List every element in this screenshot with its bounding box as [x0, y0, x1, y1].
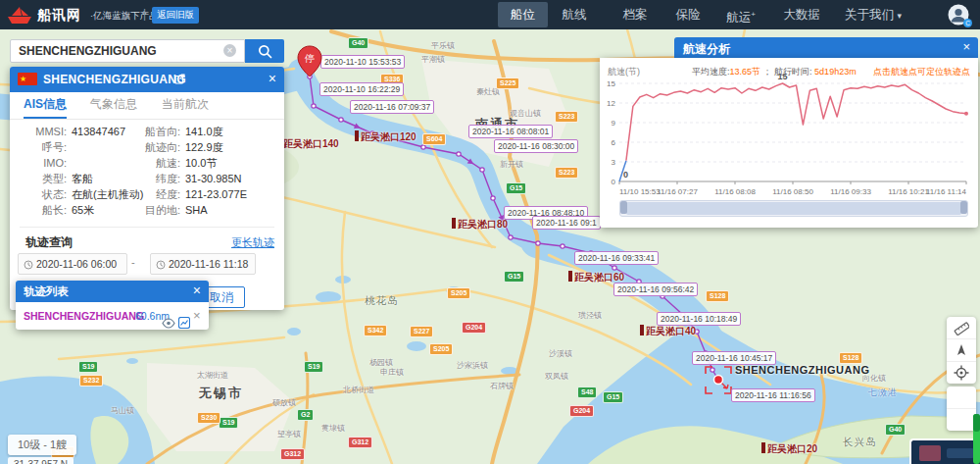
search-input[interactable]: [10, 39, 245, 63]
map-place-label: 硕放镇: [272, 397, 296, 408]
panel-divider: [20, 227, 274, 228]
track-list-panel: 轨迹列表 × SHENCHENGZHIGUANG 60.6nm ×: [16, 281, 209, 330]
chart-y-axis-title: 航速(节): [608, 66, 640, 78]
track-time-label[interactable]: 2020-11-16 09:56:42: [613, 283, 698, 296]
speed-line-chart[interactable]: 0369121511/10 15:5311/16 07:2711/16 08:0…: [600, 79, 978, 199]
track-time-label[interactable]: 2020-11-16 10:45:17: [692, 351, 776, 365]
north-arrow-icon: [955, 343, 968, 357]
search-button[interactable]: [245, 39, 284, 63]
close-icon[interactable]: ×: [269, 71, 276, 86]
field-label: 目的地:: [125, 202, 180, 218]
track-time-label[interactable]: 2020-11-16 11:16:56: [731, 388, 815, 402]
track-time-label[interactable]: 2020-11-16 09:33:41: [574, 251, 659, 265]
field-value: SHA: [185, 204, 208, 216]
user-status-badge: C: [963, 19, 972, 27]
clear-search-icon[interactable]: ×: [223, 44, 236, 57]
nav-item-shipping[interactable]: 航运+: [721, 0, 760, 29]
tab-current-voyage[interactable]: 当前航次: [162, 92, 209, 117]
date-to-input[interactable]: 2020-11-16 11:18: [150, 253, 256, 275]
field-value: 65米: [72, 204, 94, 216]
nav-item-insurance[interactable]: 保险: [668, 0, 708, 29]
track-time-label[interactable]: 2020-11-16 09:1: [532, 216, 601, 230]
clock-icon: [24, 260, 33, 270]
zoom-out-button[interactable]: [947, 409, 976, 431]
road-badge: G15: [504, 271, 524, 283]
measure-ruler-button[interactable]: [947, 317, 976, 339]
svg-text:11/10 15:53: 11/10 15:53: [619, 187, 661, 196]
map-place-label: 平潮镇: [421, 54, 445, 65]
user-avatar[interactable]: C: [948, 4, 969, 26]
app: 南通市无锡市桃花岛长兴岛七滧港平乐镇平潮镇秦灶镇观音山镇新开镇璜泾镇沙溪镇双凤镇…: [0, 0, 980, 464]
date-to-value: 2020-11-16 11:18: [169, 258, 248, 270]
road-badge: G312: [348, 437, 372, 448]
map-place-label: 平乐镇: [431, 40, 455, 51]
duration-value: 5d19h23m: [814, 67, 857, 77]
field-label: 纬度:: [125, 171, 180, 186]
map-place-label: 新开镇: [500, 159, 523, 170]
zoom-in-button[interactable]: [947, 387, 976, 409]
svg-text:0: 0: [612, 178, 616, 186]
ship-detail-link-icon[interactable]: [174, 74, 185, 86]
longer-track-link[interactable]: 更长轨迹: [231, 235, 274, 250]
map-place-label: 长兴岛: [843, 436, 877, 449]
brush-left-handle[interactable]: [620, 201, 627, 214]
svg-text:15: 15: [778, 72, 788, 81]
chevron-down-icon: ▾: [897, 11, 902, 21]
svg-text:11/16 08:08: 11/16 08:08: [714, 187, 756, 196]
track-time-label[interactable]: 2020-11-10 16:22:29: [319, 82, 404, 96]
nav-item-archives[interactable]: 档案: [615, 0, 655, 29]
top-nav: 船讯网 ·亿海蓝旗下产品 | 返回旧版 船位 航线 档案 保险 航运+ 大数据 …: [0, 0, 980, 29]
road-badge: G312: [280, 448, 305, 460]
remove-track-icon[interactable]: ×: [193, 302, 201, 330]
road-badge: S232: [79, 375, 103, 387]
ruler-icon: [954, 320, 969, 335]
return-old-version-button[interactable]: 返回旧版: [152, 7, 199, 24]
distance-marker: 距吴淞口140: [277, 137, 339, 151]
close-icon[interactable]: ×: [962, 39, 970, 54]
field-value: 客船: [72, 173, 93, 184]
track-time-label[interactable]: 2020-11-10 15:53:53: [320, 55, 405, 69]
nav-about-label: 关于我们: [845, 8, 894, 22]
track-ship-name[interactable]: SHENCHENGZHIGUANG: [24, 302, 144, 330]
locate-icon: [954, 365, 969, 381]
nav-item-routes[interactable]: 航线: [555, 0, 594, 29]
close-icon[interactable]: ×: [193, 283, 201, 298]
nav-item-ship-position[interactable]: 船位: [498, 2, 548, 27]
track-start-pin[interactable]: 停: [297, 45, 322, 82]
locate-button[interactable]: [947, 362, 976, 384]
distance-marker: 距吴淞口80: [452, 218, 508, 232]
track-time-label[interactable]: 2020-11-16 10:18:49: [657, 312, 741, 326]
track-time-label[interactable]: 2020-11-16 08:30:00: [494, 139, 578, 153]
ship-panel-header: ★ SHENCHENGZHIGUANG ×: [10, 67, 284, 92]
brand-logo-icon: [6, 4, 33, 26]
chart-zoom-brush[interactable]: [619, 200, 968, 217]
map-place-label: 石牌镇: [490, 381, 514, 391]
marker-bar-icon: [355, 130, 359, 141]
tab-ais-info[interactable]: AIS信息: [24, 92, 67, 119]
tab-weather-info[interactable]: 气象信息: [90, 92, 137, 117]
eye-icon: [162, 318, 175, 329]
road-badge: G204: [569, 405, 594, 417]
road-badge: G15: [506, 182, 526, 194]
ship-info-panel: ★ SHENCHENGZHIGUANG × AIS信息 气象信息 当前航次 MM…: [10, 67, 284, 310]
show-track-button[interactable]: [162, 310, 175, 337]
distance-marker: 距吴淞口40: [640, 325, 696, 338]
field-value: 141.0度: [185, 126, 223, 137]
speed-chart-button[interactable]: [178, 310, 190, 337]
brush-right-handle[interactable]: [960, 201, 967, 214]
layer-switcher-thumbnail[interactable]: [909, 438, 980, 464]
date-from-input[interactable]: 2020-11-06 06:00: [18, 253, 127, 275]
map-place-label: 无锡市: [199, 385, 243, 402]
road-badge: S19: [304, 361, 323, 373]
ship-panel-tabs: AIS信息 气象信息 当前航次: [10, 92, 284, 120]
track-time-label[interactable]: 2020-11-16 07:09:37: [350, 100, 434, 114]
brand-name[interactable]: 船讯网: [37, 7, 81, 25]
map-place-label: 七滧港: [868, 387, 898, 399]
vertical-slider[interactable]: [973, 414, 980, 464]
bearing-tool-button[interactable]: [947, 339, 976, 362]
nav-item-bigdata[interactable]: 大数据: [777, 0, 826, 29]
line-chart-icon: [178, 317, 190, 329]
track-time-label[interactable]: 2020-11-16 08:08:01: [468, 125, 553, 138]
marker-bar-icon: [761, 442, 765, 453]
nav-item-about[interactable]: 关于我们 ▾: [841, 0, 906, 29]
